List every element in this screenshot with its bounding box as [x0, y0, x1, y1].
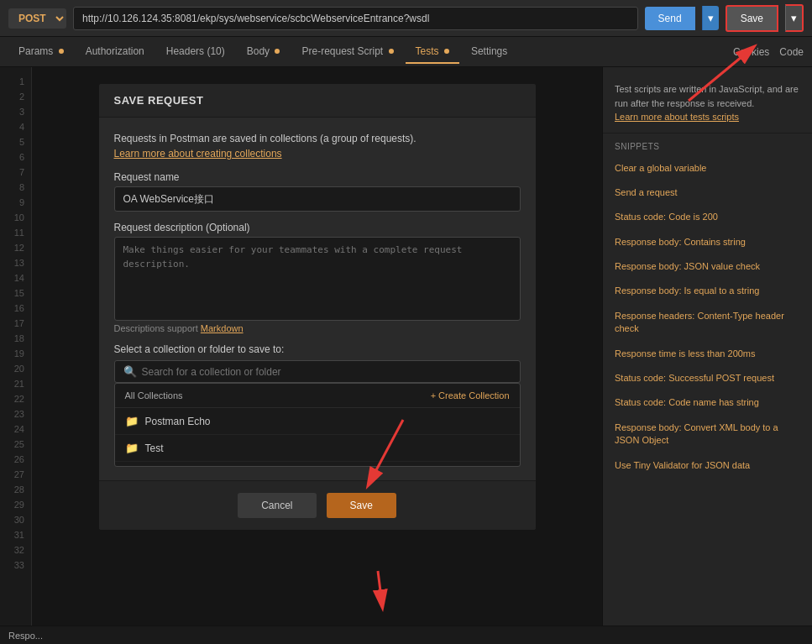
- learn-more-collections-link[interactable]: Learn more about creating collections: [114, 148, 282, 160]
- create-collection-link[interactable]: + Create Collection: [431, 390, 510, 401]
- save-dialog: SAVE REQUEST Requests in Postman are sav…: [99, 84, 536, 530]
- learn-more-tests-link[interactable]: Learn more about tests scripts: [615, 112, 739, 122]
- collection-name: Postman Echo: [145, 416, 211, 427]
- tab-tests[interactable]: Tests: [406, 40, 459, 64]
- snippet-tiny-validator[interactable]: Use Tiny Validator for JSON data: [603, 453, 812, 478]
- bottom-strip: Respo...: [0, 626, 812, 644]
- tab-pre-request[interactable]: Pre-request Script: [291, 40, 403, 64]
- cookies-link[interactable]: Cookies: [733, 46, 769, 58]
- markdown-link[interactable]: Markdown: [201, 323, 244, 333]
- line-numbers: 12345 678910 1112131415 1617181920 21222…: [0, 67, 32, 644]
- description-textarea[interactable]: [114, 237, 521, 321]
- tab-settings[interactable]: Settings: [461, 40, 517, 64]
- method-select[interactable]: POST: [8, 8, 66, 29]
- collection-item-postman-echo[interactable]: 📁 Postman Echo: [115, 408, 520, 435]
- collection-item-test[interactable]: 📁 Test: [115, 435, 520, 462]
- folder-icon-test: 📁: [125, 442, 139, 454]
- request-name-label: Request name: [114, 171, 521, 183]
- send-button[interactable]: Send: [645, 7, 695, 30]
- dialog-body: Requests in Postman are saved in collect…: [99, 118, 536, 480]
- snippet-headers-content-type[interactable]: Response headers: Content-Type header ch…: [603, 304, 812, 342]
- collections-header: All Collections + Create Collection: [115, 384, 520, 408]
- cancel-button[interactable]: Cancel: [238, 493, 316, 518]
- tests-dot: [444, 49, 449, 54]
- dialog-title: SAVE REQUEST: [99, 84, 536, 118]
- desc-support: Descriptions support Markdown: [114, 323, 521, 333]
- tab-authorization[interactable]: Authorization: [76, 40, 155, 64]
- snippet-send-request[interactable]: Send a request: [603, 181, 812, 205]
- save-dialog-save-button[interactable]: Save: [327, 493, 396, 518]
- tab-bar: Params Authorization Headers (10) Body P…: [0, 37, 812, 67]
- collections-area: All Collections + Create Collection 📁 Po…: [114, 383, 521, 467]
- search-icon: 🔍: [123, 365, 137, 378]
- dialog-info: Requests in Postman are saved in collect…: [114, 131, 521, 161]
- params-dot: [59, 49, 64, 54]
- snippet-body-json[interactable]: Response body: JSON value check: [603, 254, 812, 279]
- tab-headers[interactable]: Headers (10): [156, 40, 235, 64]
- right-panel: Test scripts are written in JavaScript, …: [602, 67, 812, 644]
- collection-search-box: 🔍: [114, 360, 521, 383]
- pre-request-dot: [389, 49, 394, 54]
- tab-params[interactable]: Params: [8, 40, 74, 64]
- code-link[interactable]: Code: [779, 46, 804, 58]
- snippet-status-code-name[interactable]: Status code: Code name has string: [603, 390, 812, 415]
- center-pane: SAVE REQUEST Requests in Postman are sav…: [32, 67, 602, 644]
- snippet-status-post[interactable]: Status code: Successful POST request: [603, 366, 812, 390]
- snippet-response-time[interactable]: Response time is less than 200ms: [603, 342, 812, 366]
- response-label: Respo...: [8, 631, 43, 641]
- snippet-clear-global[interactable]: Clear a global variable: [603, 156, 812, 181]
- dialog-footer: Cancel Save: [99, 480, 536, 530]
- snippet-body-xml[interactable]: Response body: Convert XML body to a JSO…: [603, 416, 812, 453]
- all-collections-label: All Collections: [125, 390, 183, 401]
- collection-select-label: Select a collection or folder to save to…: [114, 343, 521, 355]
- collection-name-test: Test: [145, 442, 164, 454]
- top-bar: POST Send ▾ Save ▾: [0, 0, 812, 37]
- snippet-body-contains[interactable]: Response body: Contains string: [603, 230, 812, 254]
- url-input[interactable]: [73, 7, 638, 30]
- collection-select-group: Select a collection or folder to save to…: [114, 343, 521, 467]
- folder-icon: 📁: [125, 415, 139, 427]
- send-dropdown[interactable]: ▾: [702, 6, 719, 30]
- snippets-label: SNIPPETS: [603, 134, 812, 156]
- right-description: Test scripts are written in JavaScript, …: [603, 76, 812, 134]
- tab-body[interactable]: Body: [237, 40, 291, 64]
- request-name-group: Request name: [114, 171, 521, 212]
- body-dot: [275, 49, 280, 54]
- snippet-body-equal[interactable]: Response body: Is equal to a string: [603, 279, 812, 303]
- request-name-input[interactable]: [114, 186, 521, 212]
- collection-search-input[interactable]: [142, 366, 511, 378]
- main-layout: 12345 678910 1112131415 1617181920 21222…: [0, 67, 812, 644]
- save-dialog-overlay: SAVE REQUEST Requests in Postman are sav…: [32, 67, 602, 644]
- snippet-status-200[interactable]: Status code: Code is 200: [603, 205, 812, 229]
- save-dropdown-button[interactable]: ▾: [785, 4, 804, 32]
- tab-right-actions: Cookies Code: [733, 46, 804, 58]
- save-button[interactable]: Save: [726, 5, 778, 32]
- description-label: Request description (Optional): [114, 222, 521, 233]
- description-group: Request description (Optional) Descripti…: [114, 222, 521, 333]
